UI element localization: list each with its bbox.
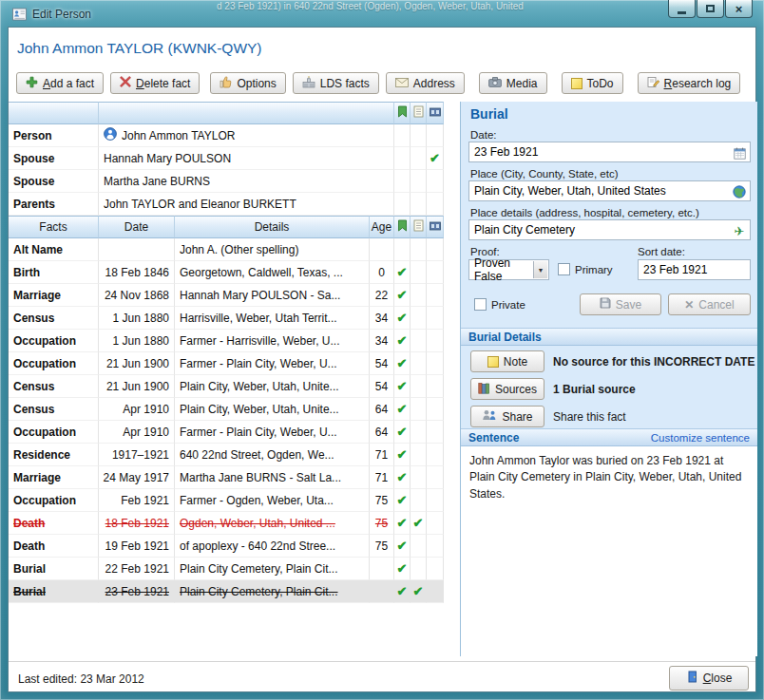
calendar-icon[interactable] [732,145,747,161]
todo-button[interactable]: ToDo [562,72,623,94]
person-facts-table: Person John Ammon TAYLOR Spouse Hannah M… [9,102,444,603]
window-icon [12,8,27,25]
fact-row[interactable]: Census 1 Jun 1880 Harrisville, Weber, Ut… [9,307,444,330]
airplane-icon[interactable]: ✈ [732,223,747,238]
address-button[interactable]: Address [386,72,465,94]
burial-details-header: Burial Details [461,328,757,346]
sources-button[interactable]: Sources [470,378,544,400]
place-details-label: Place details (address, hospital, cemete… [470,207,699,218]
date-label: Date: [470,129,497,141]
sources-column-icon [397,105,408,121]
cancel-x-icon: ✕ [684,299,694,311]
options-button[interactable]: Options [210,72,285,94]
proof-select[interactable]: Proven False ▼ [468,259,549,280]
fact-row[interactable]: Occupation 1 Jun 1880 Farmer - Harrisvil… [9,330,444,352]
lds-facts-button[interactable]: LDS facts [293,72,379,94]
globe-icon[interactable] [732,184,747,199]
chevron-down-icon[interactable]: ▼ [533,261,547,278]
person-table-header [9,102,444,124]
place-details-input[interactable]: Plain City Cemetery ✈ [468,219,751,240]
save-button[interactable]: Save [580,293,661,315]
fact-row-selected-burial[interactable]: Burial 23 Feb 1921 Plain City Cemetery, … [9,580,444,603]
fact-row[interactable]: Census Apr 1910 Plain City, Weber, Utah,… [9,398,444,421]
check-icon [397,266,408,278]
media-button[interactable]: Media [479,72,547,94]
books-icon [478,382,490,397]
person-info-icon[interactable] [104,127,117,143]
notes-column-icon [413,105,424,121]
minimize-button[interactable] [668,0,696,18]
check-icon [397,357,408,369]
fact-row[interactable]: Burial 22 Feb 1921 Plain City Cemetery, … [9,558,444,580]
close-window-button[interactable]: × [725,0,753,18]
client-area: John Ammon TAYLOR (KWNK-QWY) Add a fact … [8,27,756,692]
spouse-name: Hannah Mary POULSON [99,147,394,170]
private-checkbox[interactable]: Private [474,298,525,311]
fact-row[interactable]: Alt Name John A. (Other spelling) [9,238,444,261]
page-title: John Ammon TAYLOR (KWNK-QWY) [17,40,262,57]
customize-sentence-link[interactable]: Customize sentence [651,432,750,444]
window-controls: × [668,0,753,18]
temple-icon [302,76,315,91]
sticky-note-icon [571,78,583,89]
fact-row[interactable]: Occupation Feb 1921 Farmer - Ogden, Webe… [9,489,444,512]
primary-checkbox[interactable]: Primary [558,263,613,275]
check-icon [397,539,408,552]
fact-edit-panel: Burial Date: 23 Feb 1921 Place (City, Co… [460,102,757,656]
minimize-icon [678,11,686,14]
fact-row[interactable]: Occupation 21 Jun 1900 Farmer - Plain Ci… [9,352,444,375]
check-icon [397,334,408,347]
share-button[interactable]: Share [470,406,544,427]
close-icon: × [735,3,743,15]
delete-fact-button[interactable]: Delete fact [110,72,200,94]
add-fact-button[interactable]: Add a fact [16,72,104,94]
research-log-button[interactable]: Research log [638,72,741,94]
fact-row[interactable]: Residence 1917–1921 640 22nd Street, Ogd… [9,444,444,466]
envelope-icon [395,77,409,90]
check-icon [397,585,408,597]
check-icon [397,494,408,506]
sort-date-input[interactable]: 23 Feb 1921 [638,259,751,280]
camera-icon [488,77,502,90]
sort-date-label: Sort date: [638,246,685,257]
fact-row[interactable]: Census 21 Jun 1900 Plain City, Weber, Ut… [9,375,444,398]
close-button[interactable]: Close [669,666,749,691]
fact-row-incorrect-death[interactable]: Death 18 Feb 1921 Ogden, Weber, Utah, Un… [9,512,444,535]
titlebar[interactable]: Edit Person × [0,0,764,27]
spouse-row[interactable]: Spouse Hannah Mary POULSON [9,147,444,170]
footer-divider [9,661,755,662]
check-icon [397,471,408,483]
notepad-pencil-icon [647,76,659,91]
window-title: Edit Person [32,8,91,21]
sentence-header: Sentence Customize sentence [461,428,757,446]
place-input[interactable]: Plain City, Weber, Utah, United States [468,180,751,201]
edit-person-window: d 23 Feb 1921) in 640 22nd Street (Ogden… [0,0,764,700]
fact-row[interactable]: Occupation Apr 1910 Farmer - Plain City,… [9,421,444,444]
check-icon [397,312,408,324]
checkbox-box[interactable] [558,263,570,275]
spouse-row[interactable]: Spouse Martha Jane BURNS [9,170,444,193]
note-button[interactable]: Note [470,350,544,372]
note-icon [487,356,499,368]
person-row[interactable]: Person John Ammon TAYLOR [9,124,444,147]
notes-column-icon [413,219,424,235]
parents-names: John TAYLOR and Eleanor BURKETT [99,193,394,216]
fact-row[interactable]: Marriage 24 May 1917 Martha Jane BURNS -… [9,466,444,489]
share-status-text: Share this fact [553,410,755,424]
floppy-disk-icon [600,297,611,312]
fact-row[interactable]: Birth 18 Feb 1846 Georgetown, Caldwell, … [9,261,444,284]
check-icon [397,426,408,438]
check-icon [397,289,408,301]
checkbox-box[interactable] [474,298,487,311]
cancel-button[interactable]: ✕ Cancel [668,293,751,315]
fact-row[interactable]: Marriage 24 Nov 1868 Hannah Mary POULSON… [9,284,444,307]
fact-row[interactable]: Death 19 Feb 1921 of apoplexy - 640 22nd… [9,535,444,558]
maximize-button[interactable] [697,0,724,18]
date-input[interactable]: 23 Feb 1921 [468,142,751,162]
maximize-icon [706,5,715,12]
parents-row[interactable]: Parents John TAYLOR and Eleanor BURKETT [9,193,444,216]
sentence-text: John Ammon Taylor was buried on 23 Feb 1… [461,446,757,656]
exit-door-icon [686,671,698,686]
sources-column-icon [397,219,408,235]
check-icon [430,152,440,164]
